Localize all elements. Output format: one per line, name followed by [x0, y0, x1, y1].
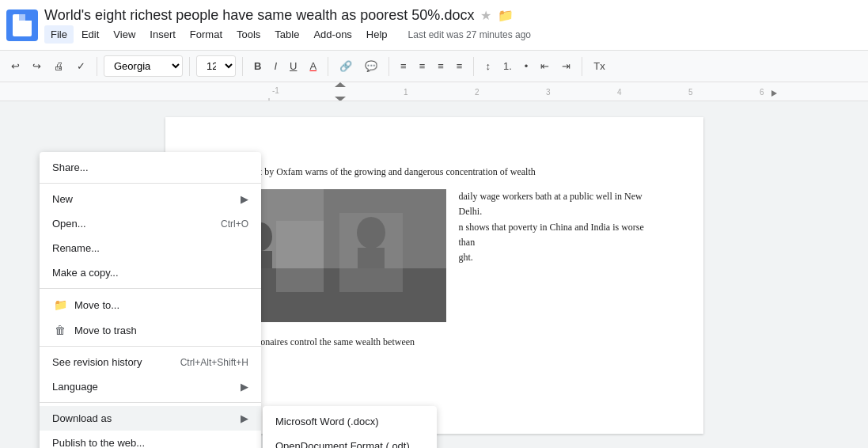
svg-rect-20	[276, 221, 324, 292]
download-label: Download as	[52, 412, 241, 424]
toolbar-sep-6	[473, 57, 474, 76]
file-menu-share[interactable]: Share...	[40, 155, 261, 180]
file-menu-rename[interactable]: Rename...	[40, 236, 261, 260]
bold-button[interactable]: B	[249, 57, 266, 75]
toolbar-sep-2	[189, 57, 190, 76]
menu-bar: File Edit View Insert Format Tools Table…	[44, 25, 862, 44]
menu-item-view[interactable]: View	[107, 25, 142, 44]
top-bar: World's eight richest people have same w…	[0, 0, 868, 51]
toolbar: ↩ ↪ 🖨 ✓ Georgia 12 B I U A 🔗 💬 ≡ ≡ ≡ ≡ ↕…	[0, 51, 868, 82]
new-label: New	[52, 193, 241, 205]
menu-item-tools[interactable]: Tools	[230, 25, 267, 44]
file-menu-trash[interactable]: 🗑 Move to trash	[40, 317, 261, 343]
download-docx[interactable]: Microsoft Word (.docx)	[263, 409, 437, 434]
rename-label: Rename...	[52, 242, 248, 254]
toolbar-sep-5	[389, 57, 389, 76]
menu-item-format[interactable]: Format	[184, 25, 229, 44]
menu-item-table[interactable]: Table	[268, 25, 305, 44]
toolbar-sep-7	[582, 57, 582, 76]
publish-label: Publish to the web...	[52, 437, 248, 448]
doc-title-row: World's eight richest people have same w…	[44, 7, 862, 24]
file-menu-language[interactable]: Language ▶	[40, 374, 261, 399]
toolbar-sep-4	[328, 57, 328, 76]
revision-shortcut: Ctrl+Alt+Shift+H	[180, 357, 248, 368]
print-button[interactable]: 🖨	[49, 57, 69, 75]
open-shortcut: Ctrl+O	[221, 218, 248, 230]
open-label: Open...	[52, 218, 208, 230]
svg-text:3: 3	[546, 88, 551, 97]
revision-label: See revision history	[52, 356, 168, 368]
doc-paragraph-1: A new report by Oxfam warns of the growi…	[213, 165, 656, 180]
doc-title-area: World's eight richest people have same w…	[44, 7, 862, 44]
line-spacing-button[interactable]: ↕	[480, 57, 495, 75]
file-menu-move-to[interactable]: 📁 Move to...	[40, 292, 261, 317]
file-menu-make-copy[interactable]: Make a copy...	[40, 260, 261, 285]
folder-icon[interactable]: 📁	[498, 8, 514, 23]
align-justify-button[interactable]: ≡	[452, 57, 468, 75]
ruler-svg: -1 1 2 3 4 5 6	[0, 82, 868, 101]
bulleted-list-button[interactable]: •	[520, 57, 533, 75]
file-menu-sep-2	[40, 288, 261, 289]
svg-text:5: 5	[688, 88, 693, 97]
numbered-list-button[interactable]: 1.	[498, 57, 517, 75]
svg-text:2: 2	[475, 88, 479, 97]
menu-item-edit[interactable]: Edit	[75, 25, 105, 44]
new-arrow: ▶	[241, 193, 248, 205]
toolbar-sep-1	[97, 57, 97, 76]
decrease-indent-button[interactable]: ⇤	[536, 57, 554, 75]
underline-button[interactable]: U	[285, 57, 301, 75]
undo-button[interactable]: ↩	[6, 57, 25, 75]
menu-item-help[interactable]: Help	[360, 25, 394, 44]
link-button[interactable]: 🔗	[335, 57, 357, 75]
menu-item-insert[interactable]: Insert	[143, 25, 182, 44]
star-icon[interactable]: ★	[480, 8, 491, 23]
ruler: -1 1 2 3 4 5 6	[0, 82, 868, 101]
svg-rect-21	[339, 213, 403, 292]
file-menu-publish[interactable]: Publish to the web...	[40, 431, 261, 448]
color-button[interactable]: A	[305, 57, 321, 75]
file-menu-open[interactable]: Open... Ctrl+O	[40, 211, 261, 236]
doc-paragraph-5: t richest billionaires control the same …	[213, 335, 656, 350]
download-submenu: Microsoft Word (.docx) OpenDocument Form…	[263, 406, 437, 448]
redo-button[interactable]: ↪	[28, 57, 46, 75]
menu-item-file[interactable]: File	[44, 25, 74, 44]
share-label: Share...	[52, 161, 248, 173]
svg-text:1: 1	[404, 88, 408, 97]
font-selector[interactable]: Georgia	[104, 55, 183, 77]
app-icon-inner	[13, 14, 32, 36]
odt-label: OpenDocument Format (.odt)	[275, 440, 410, 448]
spellcheck-button[interactable]: ✓	[72, 57, 90, 75]
align-left-button[interactable]: ≡	[396, 57, 411, 75]
menu-item-addons[interactable]: Add-ons	[307, 25, 358, 44]
file-menu-revision[interactable]: See revision history Ctrl+Alt+Shift+H	[40, 350, 261, 374]
file-menu-sep-1	[40, 183, 261, 184]
main-area: A new report by Oxfam warns of the growi…	[0, 101, 868, 448]
file-menu: Share... New ▶ Open... Ctrl+O Rename... …	[40, 152, 261, 448]
file-menu-new[interactable]: New ▶	[40, 187, 261, 211]
download-odt[interactable]: OpenDocument Format (.odt)	[263, 434, 437, 448]
comment-button[interactable]: 💬	[360, 57, 382, 75]
svg-text:-1: -1	[272, 86, 279, 95]
svg-text:4: 4	[617, 88, 622, 97]
doc-title[interactable]: World's eight richest people have same w…	[44, 7, 474, 24]
move-to-label: Move to...	[74, 299, 248, 311]
language-arrow: ▶	[241, 381, 248, 393]
trash-label: Move to trash	[74, 325, 248, 336]
clear-format-button[interactable]: Tx	[589, 57, 609, 75]
docx-label: Microsoft Word (.docx)	[275, 416, 379, 427]
app-icon	[6, 9, 38, 41]
toolbar-sep-3	[242, 57, 243, 76]
file-menu-download[interactable]: Download as ▶ Microsoft Word (.docx) Ope…	[40, 406, 261, 431]
make-copy-label: Make a copy...	[52, 267, 248, 279]
file-menu-sep-4	[40, 402, 261, 403]
italic-button[interactable]: I	[269, 57, 282, 75]
align-center-button[interactable]: ≡	[415, 57, 430, 75]
doc-text: A new report by Oxfam warns of the growi…	[213, 165, 656, 350]
last-edit: Last edit was 27 minutes ago	[408, 29, 531, 40]
download-arrow: ▶	[241, 412, 248, 424]
increase-indent-button[interactable]: ⇥	[557, 57, 575, 75]
font-size-selector[interactable]: 12	[196, 55, 236, 77]
file-menu-sep-3	[40, 346, 261, 347]
align-right-button[interactable]: ≡	[433, 57, 449, 75]
folder-menu-icon: 📁	[52, 298, 68, 311]
